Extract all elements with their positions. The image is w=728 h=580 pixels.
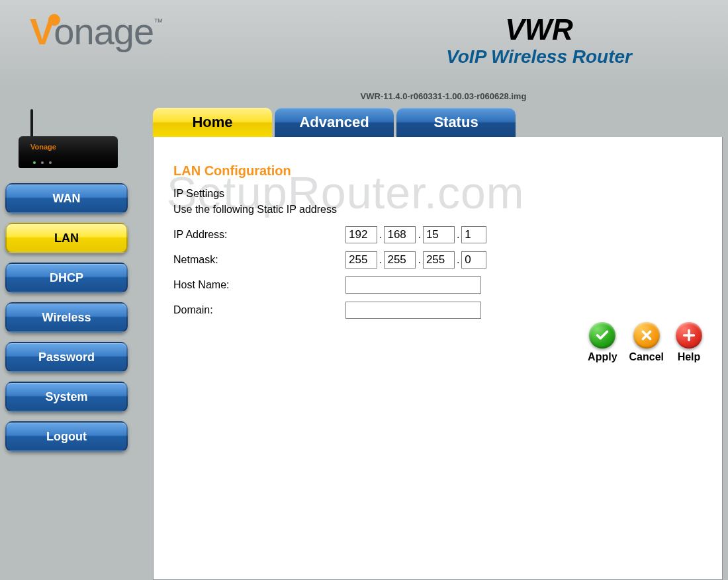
led-icon <box>33 161 36 164</box>
domain-input[interactable] <box>345 302 481 319</box>
netmask-label: Netmask: <box>173 254 345 266</box>
logo-dot-icon <box>48 14 60 26</box>
check-icon <box>589 322 615 349</box>
dot-separator: . <box>379 229 382 241</box>
netmask-octet-4[interactable] <box>461 251 486 269</box>
product-header: VWR VoIP Wireless Router <box>446 10 711 67</box>
sidebar-item-logout[interactable]: Logout <box>5 421 128 452</box>
led-icon <box>41 161 44 164</box>
router-image: Vonage <box>5 111 128 171</box>
dot-separator: . <box>379 254 382 266</box>
help-label: Help <box>678 351 701 363</box>
netmask-octet-3[interactable] <box>423 251 455 269</box>
product-name: VWR <box>446 13 632 46</box>
sidebar-item-label: Wireless <box>42 311 91 325</box>
netmask-octet-2[interactable] <box>384 251 416 269</box>
tabs: Home Advanced Status <box>153 108 723 137</box>
tab-label: Home <box>192 114 232 131</box>
sidebar: Vonage WAN LAN DHCP Wireless Password Sy… <box>5 108 134 580</box>
ip-octet-3[interactable] <box>423 226 455 243</box>
brand-logo: Vonage™ <box>17 10 162 53</box>
netmask-octet-1[interactable] <box>345 251 377 269</box>
sidebar-item-label: WAN <box>53 192 81 206</box>
sidebar-item-dhcp[interactable]: DHCP <box>5 263 128 293</box>
row-ip-address: IP Address: . . . <box>173 226 702 243</box>
action-bar: Apply Cancel Help <box>588 322 702 363</box>
led-icon <box>49 161 52 164</box>
router-brand-text: Vonage <box>30 143 56 151</box>
dot-separator: . <box>457 254 459 266</box>
sidebar-item-label: Logout <box>46 430 87 444</box>
sidebar-item-lan[interactable]: LAN <box>5 223 128 253</box>
dot-separator: . <box>418 229 420 241</box>
dot-separator: . <box>418 254 420 266</box>
sidebar-item-label: DHCP <box>50 271 83 285</box>
tab-home[interactable]: Home <box>153 108 272 137</box>
apply-label: Apply <box>588 351 617 363</box>
tab-status[interactable]: Status <box>396 108 516 137</box>
sidebar-item-label: System <box>45 390 87 404</box>
cancel-button[interactable]: Cancel <box>629 322 664 363</box>
sidebar-item-system[interactable]: System <box>5 382 128 412</box>
ip-octet-1[interactable] <box>345 226 377 243</box>
apply-button[interactable]: Apply <box>588 322 617 363</box>
logo-rest: onage <box>54 11 154 52</box>
hostname-label: Host Name: <box>173 279 345 291</box>
cancel-label: Cancel <box>629 351 664 363</box>
row-netmask: Netmask: . . . <box>173 251 702 269</box>
sidebar-item-label: Password <box>38 351 95 364</box>
product-subtitle: VoIP Wireless Router <box>446 46 632 67</box>
tab-label: Status <box>433 114 478 131</box>
firmware-version: VWR-11.4.0-r060331-1.00.03-r060628.img <box>265 91 728 101</box>
ip-octet-2[interactable] <box>384 226 416 243</box>
logo-tm: ™ <box>154 17 162 27</box>
domain-label: Domain: <box>173 304 345 316</box>
tab-advanced[interactable]: Advanced <box>275 108 394 137</box>
hostname-input[interactable] <box>345 276 481 294</box>
ip-octet-4[interactable] <box>461 226 486 243</box>
tab-label: Advanced <box>299 114 369 131</box>
netmask-group: . . . <box>345 251 486 269</box>
sidebar-item-label: LAN <box>54 231 79 245</box>
header: Vonage™ VWR VoIP Wireless Router <box>0 0 728 86</box>
router-body-icon: Vonage <box>19 136 118 168</box>
subsection-title: IP Settings <box>173 188 702 200</box>
ip-address-label: IP Address: <box>173 229 345 241</box>
sidebar-item-password[interactable]: Password <box>5 342 128 372</box>
x-icon <box>633 322 660 349</box>
content-area: Home Advanced Status SetupRouter.com LAN… <box>153 108 723 580</box>
section-title: LAN Configuration <box>173 163 702 179</box>
row-hostname: Host Name: <box>173 276 702 294</box>
sidebar-item-wireless[interactable]: Wireless <box>5 302 128 333</box>
ip-address-group: . . . <box>345 226 486 243</box>
dot-separator: . <box>457 229 459 241</box>
plus-icon <box>676 322 702 349</box>
help-button[interactable]: Help <box>676 322 702 363</box>
row-domain: Domain: <box>173 302 702 319</box>
config-panel: SetupRouter.com LAN Configuration IP Set… <box>153 137 723 580</box>
sidebar-item-wan[interactable]: WAN <box>5 183 128 214</box>
instruction-text: Use the following Static IP address <box>173 204 702 216</box>
antenna-icon <box>30 109 33 139</box>
